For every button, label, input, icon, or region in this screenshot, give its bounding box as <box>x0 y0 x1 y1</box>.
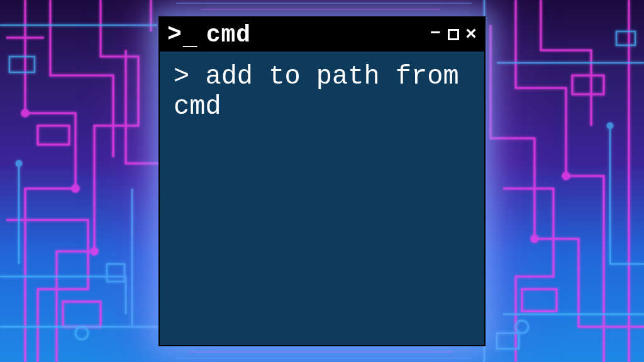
svg-point-15 <box>516 321 528 333</box>
window-title: cmd <box>206 21 421 48</box>
svg-rect-6 <box>9 57 35 72</box>
title-bar[interactable]: > _ cmd – × <box>160 18 484 52</box>
prompt-char: > <box>174 62 205 92</box>
terminal-body[interactable]: > add to path from cmd <box>160 52 484 133</box>
maximize-button[interactable] <box>448 29 459 40</box>
terminal-icon-gt: > <box>167 23 182 47</box>
svg-point-5 <box>16 161 21 166</box>
window-controls: – × <box>430 25 477 45</box>
svg-rect-4 <box>63 302 101 327</box>
command-text: add to path from cmd <box>174 62 475 122</box>
svg-point-12 <box>608 123 613 128</box>
svg-rect-13 <box>616 31 635 45</box>
terminal-icon: > _ <box>167 23 197 47</box>
svg-rect-11 <box>522 289 557 311</box>
terminal-window: > _ cmd – × > add to path from cmd <box>158 16 486 346</box>
svg-point-0 <box>22 110 28 116</box>
svg-point-8 <box>563 173 569 179</box>
svg-point-16 <box>75 327 88 339</box>
svg-point-9 <box>531 236 538 242</box>
terminal-icon-underscore: _ <box>183 26 197 50</box>
minimize-button[interactable]: – <box>430 22 441 42</box>
svg-rect-3 <box>38 126 69 145</box>
svg-rect-10 <box>572 75 604 94</box>
svg-point-1 <box>72 185 79 192</box>
svg-point-2 <box>91 248 97 255</box>
close-button[interactable]: × <box>465 25 477 44</box>
svg-rect-7 <box>107 264 125 282</box>
